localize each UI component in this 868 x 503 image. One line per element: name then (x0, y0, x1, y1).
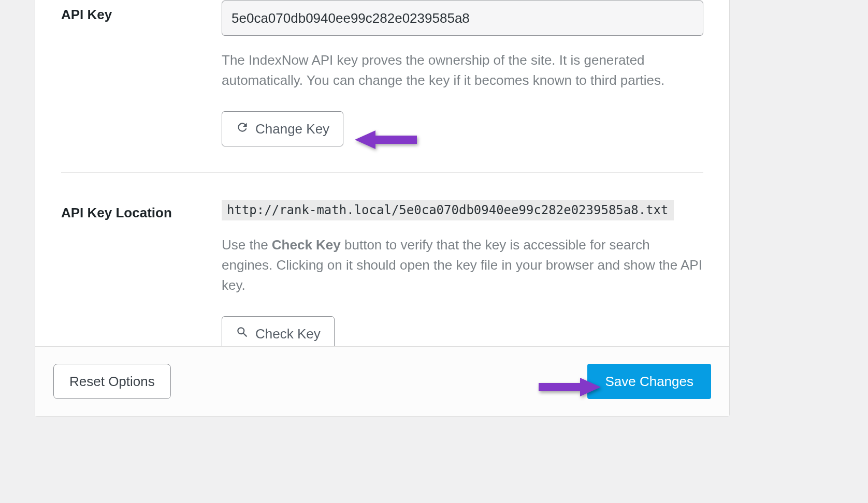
field-col: The IndexNow API key proves the ownershi… (222, 1, 703, 146)
change-key-button[interactable]: Change Key (222, 111, 343, 146)
refresh-icon (236, 121, 249, 138)
search-icon (236, 326, 249, 343)
label-col: API Key Location (61, 199, 222, 351)
api-key-help: The IndexNow API key proves the ownershi… (222, 50, 703, 91)
help-pre: Use the (222, 237, 272, 253)
row-api-key: API Key The IndexNow API key proves the … (61, 0, 703, 173)
check-key-label: Check Key (255, 326, 321, 342)
reset-options-button[interactable]: Reset Options (53, 364, 171, 399)
api-key-label: API Key (61, 7, 222, 23)
api-key-input[interactable] (222, 1, 703, 36)
save-changes-button[interactable]: Save Changes (587, 364, 711, 399)
api-key-location-help: Use the Check Key button to verify that … (222, 235, 703, 295)
api-key-location-label: API Key Location (61, 205, 222, 221)
label-col: API Key (61, 1, 222, 146)
api-key-location-url: http://rank-math.local/5e0ca070db0940ee9… (222, 200, 674, 220)
change-key-label: Change Key (255, 121, 329, 137)
field-col: http://rank-math.local/5e0ca070db0940ee9… (222, 199, 703, 351)
help-bold: Check Key (272, 237, 341, 253)
footer: Reset Options Save Changes (35, 346, 729, 416)
settings-panel: API Key The IndexNow API key proves the … (35, 0, 730, 417)
